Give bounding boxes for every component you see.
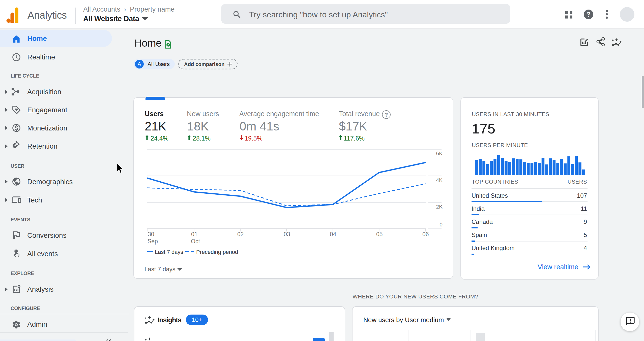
- svg-text:6K: 6K: [436, 150, 443, 156]
- svg-text:06: 06: [422, 231, 429, 237]
- svg-text:05: 05: [376, 231, 383, 237]
- svg-text:04: 04: [330, 231, 336, 237]
- svg-text:03: 03: [284, 231, 290, 237]
- svg-text:Sep: Sep: [148, 238, 158, 245]
- svg-text:4K: 4K: [436, 177, 443, 183]
- svg-text:02: 02: [237, 231, 244, 237]
- svg-text:0: 0: [440, 222, 443, 227]
- svg-text:01: 01: [191, 231, 198, 237]
- svg-text:2K: 2K: [436, 204, 443, 210]
- svg-text:Oct: Oct: [191, 238, 200, 245]
- svg-text:30: 30: [148, 231, 154, 237]
